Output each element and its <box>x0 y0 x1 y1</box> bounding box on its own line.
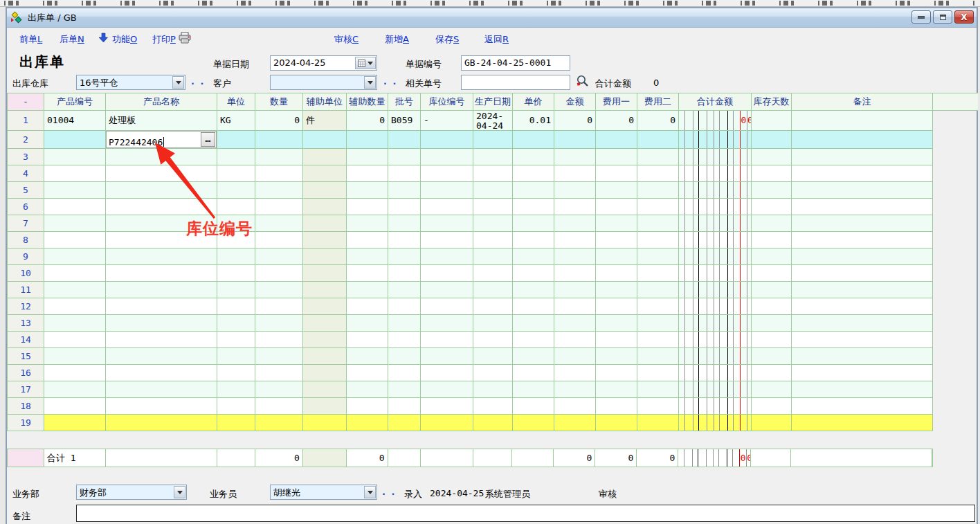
clerk-select[interactable]: 胡继光 <box>270 485 377 500</box>
grid-cell[interactable] <box>596 365 637 381</box>
grid-cell[interactable] <box>792 298 933 314</box>
grid-cell[interactable] <box>513 415 554 431</box>
grid-cell[interactable] <box>106 381 217 397</box>
grid-cell[interactable] <box>106 298 217 314</box>
doc-date-picker[interactable]: 2024-04-25 <box>270 55 377 71</box>
grid-cell[interactable] <box>388 315 421 331</box>
grid-cell[interactable] <box>421 182 473 198</box>
grid-cell[interactable] <box>44 165 106 181</box>
grid-cell[interactable] <box>303 381 347 397</box>
grid-cell[interactable] <box>217 215 255 231</box>
row-number[interactable]: 14 <box>8 332 44 347</box>
grid-cell[interactable] <box>792 398 933 414</box>
grid-cell[interactable] <box>106 365 217 381</box>
grid-cell[interactable] <box>388 348 421 364</box>
grid-cell[interactable] <box>637 131 679 148</box>
grid-cell[interactable] <box>637 415 679 431</box>
grid-cell[interactable] <box>421 381 473 397</box>
grid-cell[interactable] <box>513 182 554 198</box>
grid-cell[interactable] <box>752 365 792 381</box>
grid-cell[interactable] <box>679 332 752 347</box>
grid-cell[interactable] <box>347 165 388 181</box>
grid-cell[interactable] <box>303 365 347 381</box>
grid-cell[interactable] <box>513 165 554 181</box>
grid-cell[interactable] <box>255 282 303 298</box>
grid-cell[interactable] <box>255 249 303 264</box>
grid-cell[interactable] <box>792 315 933 331</box>
row-number[interactable]: 15 <box>8 348 44 364</box>
grid-cell[interactable] <box>303 165 347 181</box>
row-number[interactable]: 8 <box>8 232 44 248</box>
customer-browse-dots[interactable]: . . <box>383 76 397 87</box>
grid-cell[interactable] <box>513 348 554 364</box>
printer-icon[interactable] <box>179 32 192 44</box>
grid-cell[interactable] <box>554 232 596 248</box>
grid-cell[interactable] <box>637 381 679 397</box>
grid-cell[interactable] <box>106 149 217 165</box>
grid-cell[interactable] <box>347 182 388 198</box>
grid-cell[interactable] <box>217 182 255 198</box>
grid-cell[interactable] <box>637 332 679 347</box>
grid-cell[interactable] <box>473 199 513 215</box>
grid-cell[interactable] <box>217 298 255 314</box>
grid-cell[interactable]: 0 <box>255 111 303 130</box>
grid-cell[interactable] <box>106 332 217 347</box>
grid-cell[interactable] <box>347 199 388 215</box>
grid-cell[interactable] <box>106 249 217 264</box>
grid-cell[interactable] <box>554 182 596 198</box>
grid-cell[interactable] <box>473 249 513 264</box>
grid-cell[interactable] <box>596 165 637 181</box>
grid-cell[interactable]: 0 <box>347 111 388 130</box>
grid-cell[interactable] <box>255 265 303 281</box>
grid-cell[interactable] <box>473 315 513 331</box>
grid-cell[interactable] <box>255 381 303 397</box>
grid-cell[interactable] <box>106 282 217 298</box>
new-button[interactable]: 新增A <box>385 33 409 46</box>
grid-cell[interactable] <box>255 415 303 431</box>
grid-cell[interactable] <box>347 348 388 364</box>
grid-cell[interactable] <box>347 381 388 397</box>
grid-cell[interactable] <box>255 315 303 331</box>
grid-cell[interactable] <box>679 131 752 148</box>
row-number[interactable]: 1 <box>8 111 44 130</box>
grid-cell[interactable] <box>473 365 513 381</box>
grid-cell[interactable] <box>347 249 388 264</box>
grid-cell[interactable] <box>792 249 933 264</box>
grid-cell[interactable] <box>513 215 554 231</box>
grid-cell[interactable] <box>596 131 637 148</box>
grid-cell[interactable]: 0 <box>554 111 596 130</box>
row-number[interactable]: 4 <box>8 165 44 181</box>
grid-cell[interactable] <box>554 249 596 264</box>
grid-cell[interactable] <box>679 215 752 231</box>
grid-cell[interactable] <box>792 415 933 431</box>
grid-cell[interactable] <box>596 282 637 298</box>
prev-doc-button[interactable]: 前单L <box>19 33 42 46</box>
grid-cell[interactable] <box>347 298 388 314</box>
grid-cell[interactable] <box>554 215 596 231</box>
grid-cell[interactable] <box>44 149 106 165</box>
grid-cell[interactable] <box>679 199 752 215</box>
grid-cell[interactable] <box>596 415 637 431</box>
grid-cell[interactable] <box>217 265 255 281</box>
grid-cell[interactable] <box>106 215 217 231</box>
return-button[interactable]: 返回R <box>484 33 509 46</box>
grid-cell[interactable] <box>554 381 596 397</box>
grid-cell[interactable] <box>255 215 303 231</box>
grid-cell[interactable] <box>679 182 752 198</box>
grid-cell[interactable] <box>106 182 217 198</box>
grid-cell[interactable] <box>421 149 473 165</box>
grid-cell[interactable] <box>513 149 554 165</box>
row-number[interactable]: 19 <box>8 415 44 431</box>
grid-cell[interactable] <box>513 265 554 281</box>
grid-cell[interactable] <box>596 298 637 314</box>
grid-cell[interactable] <box>473 381 513 397</box>
grid-cell[interactable] <box>421 265 473 281</box>
grid-cell[interactable] <box>388 381 421 397</box>
audit-button[interactable]: 审核C <box>334 33 359 46</box>
grid-cell[interactable] <box>473 282 513 298</box>
search-icon[interactable] <box>576 74 589 87</box>
grid-cell[interactable] <box>752 381 792 397</box>
grid-cell[interactable] <box>44 332 106 347</box>
grid-cell[interactable] <box>554 149 596 165</box>
grid-cell[interactable] <box>637 298 679 314</box>
